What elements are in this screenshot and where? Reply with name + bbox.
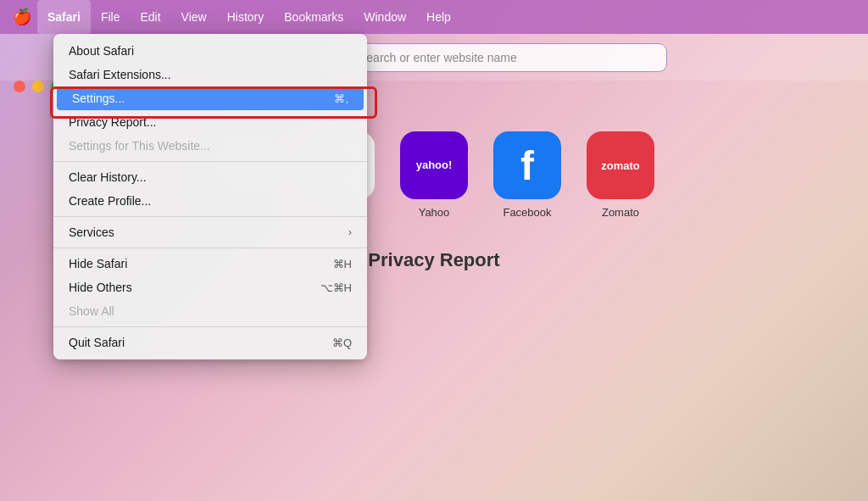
menubar-help[interactable]: Help (416, 0, 461, 34)
menu-item-hide-safari-label: Hide Safari (69, 257, 127, 270)
list-item[interactable]: f Facebook (493, 131, 561, 219)
menu-item-clear-history[interactable]: Clear History... (53, 165, 367, 189)
facebook-logo-icon: f (520, 142, 534, 189)
yahoo-logo-icon: yahoo! (416, 159, 453, 171)
menu-separator-4 (53, 326, 367, 327)
menu-item-create-profile[interactable]: Create Profile... (53, 189, 367, 213)
privacy-report-label: Privacy Report (368, 249, 499, 271)
submenu-arrow-icon: › (348, 226, 352, 238)
menu-item-create-profile-label: Create Profile... (69, 194, 151, 208)
menu-item-settings[interactable]: Settings... ⌘, (57, 86, 364, 110)
zomato-logo-icon: zomato (601, 159, 640, 172)
menu-item-privacy-report-label: Privacy Report... (69, 115, 156, 129)
minimize-button[interactable] (32, 81, 44, 92)
list-item[interactable]: yahoo! Yahoo (400, 131, 468, 219)
apple-menu-icon[interactable]: 🍎 (7, 0, 37, 34)
yahoo-favicon-label: Yahoo (419, 206, 450, 219)
menu-separator-1 (53, 161, 367, 162)
menu-item-hide-safari-shortcut: ⌘H (333, 258, 352, 270)
menu-item-settings-website-label: Settings for This Website... (69, 139, 210, 153)
menubar-view[interactable]: View (171, 0, 217, 34)
menubar-window[interactable]: Window (353, 0, 416, 34)
search-placeholder: Search or enter website name (359, 51, 517, 64)
menu-item-quit-safari-label: Quit Safari (69, 336, 125, 349)
menubar-history[interactable]: History (217, 0, 275, 34)
menu-item-services-label: Services (69, 225, 114, 239)
menu-item-about-safari-label: About Safari (69, 44, 134, 58)
menu-item-settings-shortcut: ⌘, (334, 92, 348, 105)
facebook-favicon: f (493, 131, 561, 199)
facebook-favicon-label: Facebook (503, 206, 551, 219)
menu-item-hide-safari[interactable]: Hide Safari ⌘H (53, 252, 367, 276)
zomato-favicon: zomato (587, 131, 654, 199)
menubar-bookmarks[interactable]: Bookmarks (274, 0, 353, 34)
menu-item-hide-others[interactable]: Hide Others ⌥⌘H (53, 276, 367, 299)
menu-item-services[interactable]: Services › (53, 220, 367, 244)
safari-menu-dropdown: About Safari Safari Extensions... Settin… (53, 34, 367, 359)
menu-separator-2 (53, 216, 367, 217)
menu-item-clear-history-label: Clear History... (69, 170, 147, 184)
menu-item-quit-safari[interactable]: Quit Safari ⌘Q (53, 331, 367, 354)
menu-item-about-safari[interactable]: About Safari (53, 39, 367, 63)
menu-item-quit-safari-shortcut: ⌘Q (332, 337, 352, 349)
menu-item-hide-others-label: Hide Others (69, 281, 132, 294)
menubar-file[interactable]: File (91, 0, 131, 34)
menubar: 🍎 Safari File Edit View History Bookmark… (0, 0, 868, 34)
menu-item-show-all: Show All (53, 299, 367, 323)
menubar-edit[interactable]: Edit (130, 0, 170, 34)
search-bar[interactable]: 🔍 Search or enter website name (328, 43, 667, 72)
yahoo-favicon: yahoo! (400, 131, 468, 199)
close-button[interactable] (14, 81, 25, 92)
zomato-favicon-label: Zomato (602, 206, 639, 219)
menu-item-settings-website: Settings for This Website... (53, 134, 367, 158)
menubar-safari[interactable]: Safari (37, 0, 91, 34)
list-item[interactable]: zomato Zomato (587, 131, 654, 219)
menu-item-settings-label: Settings... (72, 92, 125, 105)
menu-item-safari-extensions[interactable]: Safari Extensions... (53, 63, 367, 86)
menu-item-safari-extensions-label: Safari Extensions... (69, 68, 171, 81)
menu-item-show-all-label: Show All (69, 304, 114, 318)
menu-item-hide-others-shortcut: ⌥⌘H (320, 281, 352, 294)
menu-item-privacy-report[interactable]: Privacy Report... (53, 110, 367, 134)
menu-separator-3 (53, 248, 367, 248)
